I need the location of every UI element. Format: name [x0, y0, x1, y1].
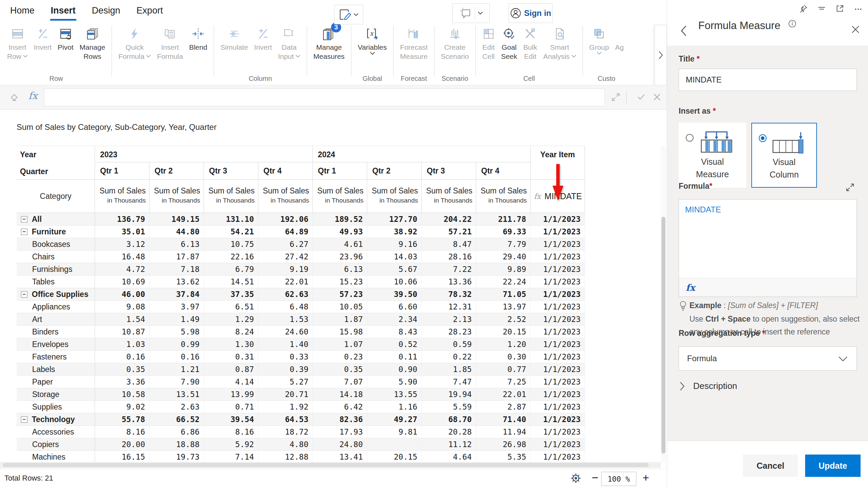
year-2024-header[interactable]: 2024	[313, 146, 531, 162]
quick-formula-button[interactable]: Quick Formula	[115, 24, 154, 62]
value-cell[interactable]: 13.51	[149, 388, 204, 400]
bulk-edit-button[interactable]: Bulk Edit	[520, 24, 540, 62]
collapse-icon[interactable]: −	[21, 216, 27, 223]
row-header-cell[interactable]: Binders	[17, 326, 95, 338]
table-row[interactable]: Appliances 9.083.976.516.4810.056.6012.3…	[17, 301, 585, 313]
tab-export[interactable]: Export	[137, 5, 163, 21]
table-row[interactable]: Supplies 9.022.630.711.926.421.165.592.8…	[17, 401, 585, 413]
measure-header[interactable]: Sum of Salesin Thousands	[313, 179, 367, 213]
goal-seek-button[interactable]: Goal Seek	[498, 24, 520, 62]
formula-editor[interactable]: MINDATE	[679, 199, 857, 278]
cancel-button[interactable]: Cancel	[743, 455, 798, 477]
pivot-button[interactable]: Pivot	[55, 24, 77, 52]
row-header-cell[interactable]: Tables	[17, 276, 95, 288]
year-item-cell[interactable]: 1/1/2023	[531, 238, 585, 250]
zoom-out-button[interactable]: −	[592, 471, 599, 484]
quarter-header[interactable]: Qtr 3	[422, 162, 476, 179]
table-row[interactable]: Storage 10.5813.5113.9920.7114.1813.5519…	[17, 388, 585, 401]
value-cell[interactable]: 1.53	[258, 313, 313, 325]
value-cell[interactable]: 1.85	[422, 363, 476, 375]
row-header-cell[interactable]: Envelopes	[17, 338, 95, 350]
value-cell[interactable]: 22.01	[258, 276, 313, 288]
radio-selected[interactable]	[759, 134, 767, 142]
value-cell[interactable]: 39.50	[367, 288, 422, 300]
quarter-header[interactable]: Qtr 2	[367, 162, 422, 179]
title-input[interactable]: MINDATE	[679, 69, 857, 91]
value-cell[interactable]: 16.48	[95, 251, 149, 263]
table-row[interactable]: − Office Supplies 46.0037.8437.3562.6357…	[17, 288, 585, 301]
value-cell[interactable]: 69.33	[476, 226, 531, 238]
edit-mode-button[interactable]	[334, 5, 363, 24]
value-cell[interactable]: 7.07	[313, 376, 367, 388]
value-cell[interactable]: 7.18	[149, 263, 204, 275]
value-cell[interactable]: 37.84	[149, 288, 204, 300]
value-cell[interactable]: 1.21	[149, 363, 204, 375]
value-cell[interactable]: 4.72	[95, 263, 149, 275]
value-cell[interactable]: 10.75	[204, 238, 258, 250]
year-item-cell[interactable]: 1/1/2023	[531, 426, 585, 438]
value-cell[interactable]: 11.94	[476, 426, 531, 438]
blend-button[interactable]: Blend	[186, 24, 210, 52]
value-cell[interactable]: 149.15	[149, 213, 204, 225]
value-cell[interactable]: 0.87	[204, 363, 258, 375]
forecast-measure-button[interactable]: Forecast Measure	[397, 24, 431, 62]
value-cell[interactable]: 20.15	[476, 326, 531, 338]
value-cell[interactable]: 23.96	[313, 251, 367, 263]
value-cell[interactable]: 39.54	[204, 413, 258, 425]
value-cell[interactable]: 0.35	[95, 363, 149, 375]
value-cell[interactable]: 6.51	[204, 301, 258, 313]
collapse-icon[interactable]: −	[21, 229, 27, 235]
value-cell[interactable]: 0.23	[313, 351, 367, 363]
value-cell[interactable]: 7.14	[204, 451, 258, 463]
table-row[interactable]: − Furniture 35.0144.8054.2164.8949.9338.…	[17, 226, 585, 238]
data-input-button[interactable]: Data Input	[275, 24, 303, 62]
value-cell[interactable]: 13.97	[476, 301, 531, 313]
horizontal-scrollbar-thumb[interactable]	[3, 463, 649, 467]
value-cell[interactable]: 0.33	[258, 351, 313, 363]
row-header-cell[interactable]: − Furniture	[17, 226, 95, 238]
measure-header[interactable]: Sum of Salesin Thousands	[367, 179, 422, 213]
value-cell[interactable]: 7.79	[476, 238, 531, 250]
value-cell[interactable]: 5.59	[422, 401, 476, 413]
value-cell[interactable]: 20.15	[367, 451, 422, 463]
value-cell[interactable]: 1.92	[258, 401, 313, 413]
fx-icon[interactable]: fx	[686, 282, 695, 293]
value-cell[interactable]: 1.40	[258, 338, 313, 350]
row-header-cell[interactable]: Copiers	[17, 438, 95, 450]
row-header-cell[interactable]: Bookcases	[17, 238, 95, 250]
value-cell[interactable]: 13.99	[204, 388, 258, 400]
value-cell[interactable]: 46.00	[95, 288, 149, 300]
value-cell[interactable]: 9.16	[367, 238, 422, 250]
value-cell[interactable]: 9.08	[95, 301, 149, 313]
value-cell[interactable]: 12.88	[258, 451, 313, 463]
insert-formula-button[interactable]: Insert Formula	[154, 24, 186, 62]
group-button[interactable]: Group	[586, 24, 612, 55]
year-item-cell[interactable]: 1/1/2023	[531, 438, 585, 450]
value-cell[interactable]: 5.90	[367, 376, 422, 388]
value-cell[interactable]: 1.29	[204, 313, 258, 325]
row-header-cell[interactable]: Appliances	[17, 301, 95, 313]
back-button[interactable]	[680, 25, 687, 37]
value-cell[interactable]: 9.81	[367, 426, 422, 438]
table-row[interactable]: Labels 0.351.210.870.390.350.901.850.771…	[17, 363, 585, 376]
row-header-cell[interactable]: Labels	[17, 363, 95, 375]
row-header-cell[interactable]: Storage	[17, 388, 95, 400]
quarter-header[interactable]: Qtr 4	[476, 162, 531, 179]
value-cell[interactable]: 14.51	[204, 276, 258, 288]
value-cell[interactable]: 18.88	[149, 438, 204, 450]
value-cell[interactable]: 17.93	[313, 426, 367, 438]
invert-column-button[interactable]: Invert	[251, 24, 275, 52]
row-header-cell[interactable]: Accessories	[17, 426, 95, 438]
value-cell[interactable]: 24.80	[313, 438, 367, 450]
value-cell[interactable]: 10.69	[95, 276, 149, 288]
update-button[interactable]: Update	[805, 455, 861, 477]
quarter-header[interactable]: Qtr 1	[313, 162, 367, 179]
value-cell[interactable]: 189.52	[313, 213, 367, 225]
value-cell[interactable]: 1.87	[313, 313, 367, 325]
value-cell[interactable]: 64.53	[258, 413, 313, 425]
quarter-header[interactable]: Qtr 1	[95, 162, 149, 179]
value-cell[interactable]: 82.36	[313, 413, 367, 425]
value-cell[interactable]: 13.55	[367, 388, 422, 400]
value-cell[interactable]: 78.32	[422, 288, 476, 300]
value-cell[interactable]: 136.79	[95, 213, 149, 225]
